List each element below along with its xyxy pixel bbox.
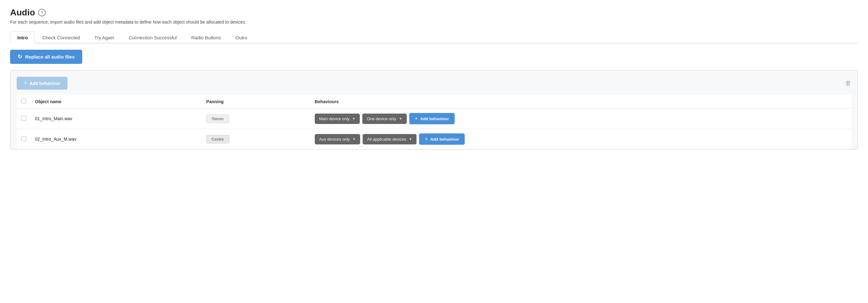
tab-bar: Intro Check Connected Try Again Connecti…: [10, 31, 858, 43]
row1-behaviour1-chevron: ▼: [352, 117, 356, 121]
help-icon[interactable]: ?: [38, 9, 46, 16]
add-behaviour-row: + Add behaviour 🗑: [17, 77, 851, 90]
refresh-icon: ↻: [18, 54, 22, 60]
row2-behaviour2-dropdown[interactable]: All applicable devices ▼: [363, 134, 416, 144]
header-select: [17, 95, 31, 108]
tab-intro[interactable]: Intro: [10, 31, 35, 43]
trash-icon[interactable]: 🗑: [845, 79, 851, 87]
table-row: 02_Intro_Aux_M.wav Centre Aux devices on…: [17, 129, 851, 149]
row1-behaviour1-dropdown[interactable]: Main device only ▼: [315, 113, 360, 124]
row2-behaviour2-label: All applicable devices: [367, 137, 406, 142]
tab-outro[interactable]: Outro: [228, 31, 255, 43]
row2-behaviour1-chevron: ▼: [352, 137, 356, 141]
add-behaviour-label: Add behaviour: [30, 81, 61, 86]
row2-behaviours-group: Aux devices only ▼ All applicable device…: [315, 133, 847, 145]
page-title: Audio: [10, 7, 35, 18]
row1-add-behaviour-label: Add behaviour: [420, 116, 449, 121]
row1-add-behaviour-button[interactable]: + Add behaviour: [409, 113, 455, 124]
row1-panning-badge: Stereo: [206, 114, 229, 123]
row2-behaviour1-label: Aux devices only: [319, 137, 350, 142]
row2-behaviours-cell: Aux devices only ▼ All applicable device…: [310, 129, 851, 149]
audio-table: Object name Panning Behaviours 01_Intro_…: [17, 95, 851, 149]
content-box: + Add behaviour 🗑 Object name Panning Be…: [10, 70, 858, 149]
row1-behaviour1-label: Main device only: [319, 116, 350, 121]
tab-radio-buttons[interactable]: Radio Buttons: [184, 31, 228, 43]
header-behaviours: Behaviours: [310, 95, 851, 108]
row2-behaviour2-chevron: ▼: [409, 137, 412, 141]
row2-panning-badge: Centre: [206, 135, 229, 143]
header-object-name: Object name: [31, 95, 202, 108]
table-header-row: Object name Panning Behaviours: [17, 95, 851, 108]
header-panning: Panning: [202, 95, 310, 108]
row2-add-behaviour-button[interactable]: + Add behaviour: [419, 133, 464, 145]
row2-select-cell: [17, 129, 31, 149]
row2-object-name: 02_Intro_Aux_M.wav: [35, 137, 76, 142]
row2-plus-icon: +: [425, 136, 428, 142]
tab-try-again[interactable]: Try Again: [87, 31, 122, 43]
row2-behaviour1-dropdown[interactable]: Aux devices only ▼: [315, 134, 360, 144]
row1-behaviour2-label: One device only: [367, 116, 396, 121]
row1-plus-icon: +: [415, 116, 418, 122]
replace-all-label: Replace all audio files: [25, 54, 75, 60]
row1-behaviour2-chevron: ▼: [399, 117, 402, 121]
row1-object-name: 01_Intro_Main.wav: [35, 116, 72, 121]
row1-behaviours-group: Main device only ▼ One device only ▼ + A…: [315, 113, 847, 124]
page-title-row: Audio ?: [10, 7, 858, 18]
page-subtitle: For each sequence, import audio files an…: [10, 20, 858, 25]
row1-select-cell: [17, 108, 31, 129]
row1-behaviour2-dropdown[interactable]: One device only ▼: [362, 113, 406, 124]
row2-object-name-cell: 02_Intro_Aux_M.wav: [31, 129, 202, 149]
row2-add-behaviour-label: Add behaviour: [430, 137, 459, 142]
replace-all-button[interactable]: ↻ Replace all audio files: [10, 50, 82, 64]
row1-checkbox[interactable]: [21, 116, 26, 121]
row2-checkbox[interactable]: [21, 136, 26, 141]
table-row: 01_Intro_Main.wav Stereo Main device onl…: [17, 108, 851, 129]
row1-object-name-cell: 01_Intro_Main.wav: [31, 108, 202, 129]
tab-check-connected[interactable]: Check Connected: [35, 31, 87, 43]
add-behaviour-button[interactable]: + Add behaviour: [17, 77, 67, 90]
header-checkbox[interactable]: [21, 99, 26, 103]
row2-panning-cell: Centre: [202, 129, 310, 149]
plus-icon: +: [24, 80, 27, 87]
row1-panning-cell: Stereo: [202, 108, 310, 129]
row1-behaviours-cell: Main device only ▼ One device only ▼ + A…: [310, 108, 851, 129]
tab-connection-successful[interactable]: Connection Successful: [121, 31, 184, 43]
